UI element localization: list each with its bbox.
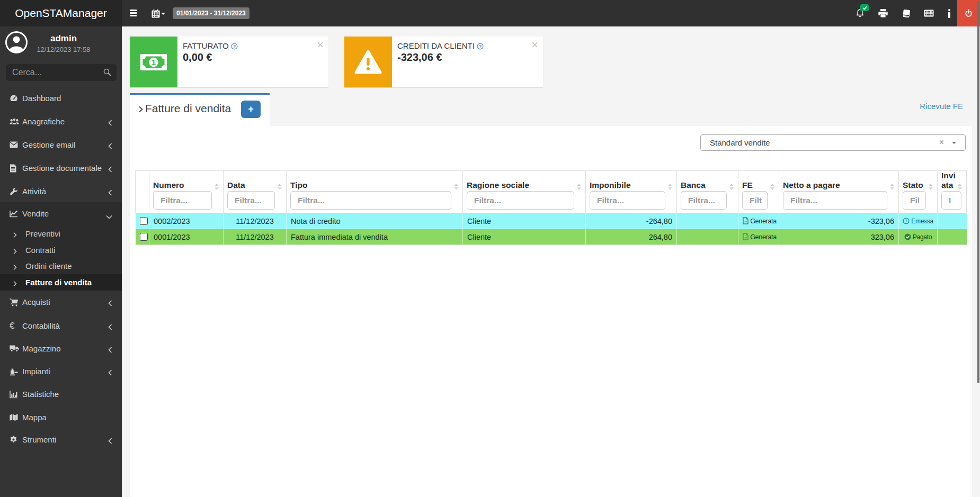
svg-text:1: 1 xyxy=(152,58,156,67)
svg-text:?: ? xyxy=(233,44,236,49)
svg-text:?: ? xyxy=(479,44,482,49)
